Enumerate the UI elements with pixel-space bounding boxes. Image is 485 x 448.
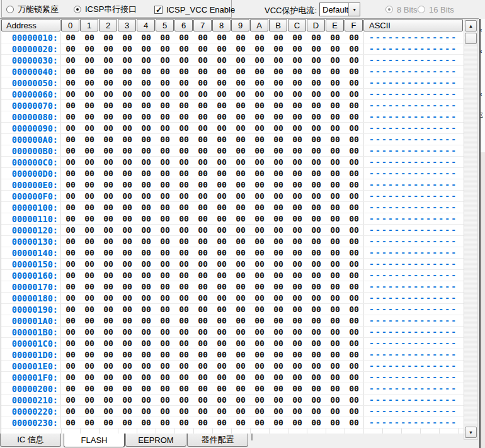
- hex-cell[interactable]: 00: [80, 146, 99, 155]
- hex-cell[interactable]: 00: [269, 406, 288, 416]
- hex-cell[interactable]: 00: [250, 123, 269, 133]
- hex-cell[interactable]: 00: [193, 123, 212, 133]
- hex-cell[interactable]: 00: [80, 418, 99, 427]
- hex-cell[interactable]: 00: [193, 406, 212, 416]
- hex-cell[interactable]: 00: [250, 44, 269, 53]
- hex-cell[interactable]: 00: [156, 157, 174, 167]
- hex-cell[interactable]: 00: [99, 384, 118, 393]
- hex-cell[interactable]: 00: [137, 135, 156, 144]
- hex-cell[interactable]: 00: [99, 146, 118, 155]
- hex-cell[interactable]: 00: [269, 123, 288, 133]
- hex-cell[interactable]: 00: [307, 384, 326, 393]
- hex-cell[interactable]: 00: [326, 180, 345, 189]
- hex-cell[interactable]: 00: [231, 123, 250, 133]
- hex-cell[interactable]: 00: [137, 225, 156, 235]
- hex-cell[interactable]: 00: [118, 384, 137, 393]
- hex-cell[interactable]: 00: [307, 361, 326, 371]
- hex-cell[interactable]: 00: [269, 327, 288, 337]
- hex-cell[interactable]: 00: [212, 180, 231, 189]
- hex-cell[interactable]: 00: [231, 101, 250, 110]
- hex-cell[interactable]: 00: [61, 350, 80, 359]
- hex-cell[interactable]: 00: [345, 248, 363, 257]
- hex-cell[interactable]: 00: [156, 135, 174, 144]
- hex-cell[interactable]: 00: [250, 214, 269, 223]
- hex-cell[interactable]: 00: [118, 146, 137, 155]
- hex-cell[interactable]: 00: [61, 282, 80, 291]
- hex-cell[interactable]: 00: [212, 339, 231, 348]
- hex-cell[interactable]: 00: [156, 406, 174, 416]
- hex-cell[interactable]: 00: [193, 237, 212, 246]
- hex-cell[interactable]: 00: [231, 327, 250, 337]
- hex-cell[interactable]: 00: [250, 372, 269, 382]
- hex-cell[interactable]: 00: [231, 248, 250, 257]
- hex-cell[interactable]: 00: [174, 78, 193, 87]
- hex-cell[interactable]: 00: [288, 372, 307, 382]
- ascii-cell[interactable]: ----------------: [363, 417, 464, 428]
- hex-cell[interactable]: 00: [326, 135, 345, 144]
- hex-cell[interactable]: 00: [174, 271, 193, 280]
- hex-cell[interactable]: 00: [99, 271, 118, 280]
- hex-cell[interactable]: 00: [174, 293, 193, 303]
- hex-cell[interactable]: 00: [307, 191, 326, 201]
- hex-cell[interactable]: 00: [118, 112, 137, 121]
- ascii-cell[interactable]: ----------------: [363, 55, 464, 65]
- hex-cell[interactable]: 00: [307, 237, 326, 246]
- hex-cell[interactable]: 00: [307, 55, 326, 65]
- hex-cell[interactable]: 00: [80, 44, 99, 53]
- hex-cell[interactable]: 00: [137, 146, 156, 155]
- hex-cell[interactable]: 00: [137, 55, 156, 65]
- hex-cell[interactable]: 00: [212, 203, 231, 212]
- hex-cell[interactable]: 00: [193, 339, 212, 348]
- hex-cell[interactable]: 00: [118, 248, 137, 257]
- hex-cell[interactable]: 00: [307, 89, 326, 99]
- hex-cell[interactable]: 00: [326, 339, 345, 348]
- hex-cell[interactable]: 00: [269, 203, 288, 212]
- hex-cell[interactable]: 00: [250, 282, 269, 291]
- column-header-4[interactable]: 4: [137, 19, 155, 31]
- hex-cell[interactable]: 00: [250, 248, 269, 257]
- hex-cell[interactable]: 00: [99, 101, 118, 110]
- hex-cell[interactable]: 00: [80, 350, 99, 359]
- hex-cell[interactable]: 00: [326, 406, 345, 416]
- hex-cell[interactable]: 00: [99, 157, 118, 167]
- hex-cell[interactable]: 00: [231, 112, 250, 121]
- hex-cell[interactable]: 00: [326, 225, 345, 235]
- hex-cell[interactable]: 00: [345, 169, 363, 178]
- hex-cell[interactable]: 00: [193, 372, 212, 382]
- ascii-cell[interactable]: ----------------: [363, 259, 464, 269]
- ascii-cell[interactable]: ----------------: [363, 123, 464, 133]
- hex-cell[interactable]: 00: [137, 406, 156, 416]
- hex-cell[interactable]: 00: [288, 350, 307, 359]
- hex-cell[interactable]: 00: [61, 271, 80, 280]
- hex-cell[interactable]: 00: [80, 305, 99, 314]
- hex-cell[interactable]: 00: [269, 350, 288, 359]
- hex-cell[interactable]: 00: [80, 101, 99, 110]
- hex-cell[interactable]: 00: [250, 350, 269, 359]
- hex-cell[interactable]: 00: [269, 395, 288, 405]
- hex-cell[interactable]: 00: [118, 327, 137, 337]
- hex-cell[interactable]: 00: [174, 316, 193, 325]
- hex-cell[interactable]: 00: [250, 33, 269, 42]
- hex-cell[interactable]: 00: [80, 123, 99, 133]
- hex-cell[interactable]: 00: [118, 135, 137, 144]
- hex-cell[interactable]: 00: [80, 225, 99, 235]
- hex-cell[interactable]: 00: [80, 293, 99, 303]
- hex-cell[interactable]: 00: [156, 384, 174, 393]
- hex-cell[interactable]: 00: [212, 214, 231, 223]
- hex-cell[interactable]: 00: [99, 259, 118, 269]
- hex-cell[interactable]: 00: [250, 225, 269, 235]
- hex-cell[interactable]: 00: [118, 406, 137, 416]
- hex-cell[interactable]: 00: [231, 271, 250, 280]
- hex-cell[interactable]: 00: [326, 191, 345, 201]
- hex-cell[interactable]: 00: [99, 67, 118, 76]
- hex-cell[interactable]: 00: [326, 237, 345, 246]
- vcc-current-dropdown[interactable]: Default ▼: [319, 3, 360, 16]
- hex-cell[interactable]: 00: [269, 282, 288, 291]
- radio-icon[interactable]: [6, 6, 14, 13]
- hex-cell[interactable]: 00: [269, 101, 288, 110]
- hex-cell[interactable]: 00: [193, 203, 212, 212]
- hex-cell[interactable]: 00: [174, 112, 193, 121]
- hex-cell[interactable]: 00: [212, 101, 231, 110]
- hex-cell[interactable]: 00: [345, 327, 363, 337]
- hex-cell[interactable]: 00: [212, 135, 231, 144]
